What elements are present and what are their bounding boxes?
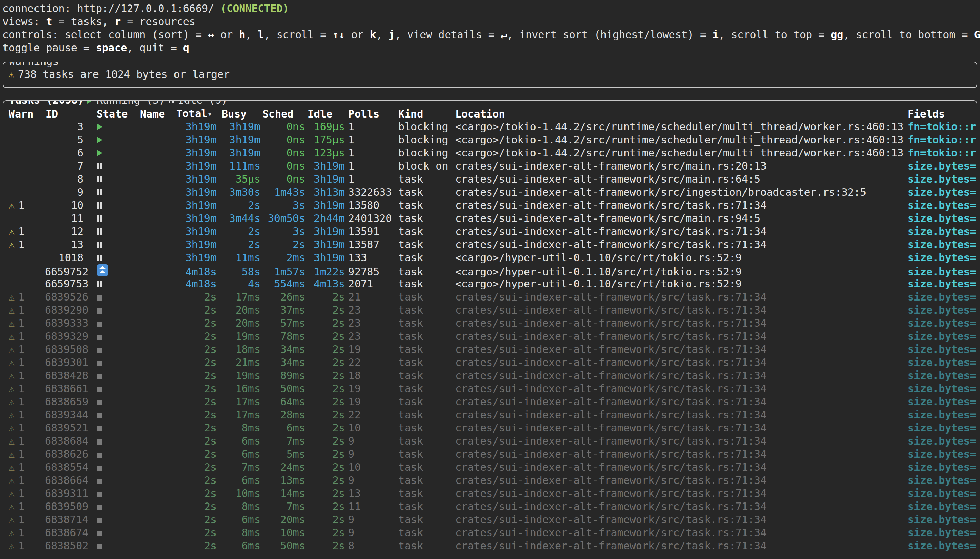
task-polls: 19 xyxy=(345,343,397,356)
task-polls: 3322633 xyxy=(345,186,397,199)
task-row[interactable]: 66597534m18s4s554ms4m13s2071task<cargo>/… xyxy=(8,278,977,291)
task-row[interactable]: ⚠168384282s19ms89ms2s18taskcrates/sui-in… xyxy=(8,369,977,382)
task-row[interactable]: 93h19m3m30s1m43s3h13m3322633taskcrates/s… xyxy=(8,186,977,199)
task-row[interactable]: ⚠168386642s6ms13ms2s9taskcrates/sui-inde… xyxy=(8,474,977,487)
column-header-polls[interactable]: Polls xyxy=(345,108,397,121)
task-row[interactable]: 66597524m18s58s1m57s1m22s92785task<cargo… xyxy=(8,265,977,278)
task-row[interactable]: ⚠168393442s17ms28ms2s22taskcrates/sui-in… xyxy=(8,408,977,422)
task-idle: 2s xyxy=(305,422,345,435)
task-row[interactable]: ⚠168386612s16ms50ms2s19taskcrates/sui-in… xyxy=(8,382,977,395)
task-kind: blocking xyxy=(397,147,455,160)
task-state xyxy=(83,173,138,186)
warning-icon: ⚠ xyxy=(8,500,15,513)
running-state-icon xyxy=(96,136,103,143)
task-kind: task xyxy=(397,526,455,539)
task-row[interactable]: 83h19m35µs0ns3h19m1taskcrates/sui-indexe… xyxy=(8,173,977,186)
column-header-sched[interactable]: Sched xyxy=(260,108,305,121)
task-row[interactable]: 63h19m3h19m0ns123µs1blocking<cargo>/toki… xyxy=(8,147,977,160)
task-row[interactable]: ⚠1133h19m2s2s3h19m13587taskcrates/sui-in… xyxy=(8,238,977,251)
task-id: 6 xyxy=(45,147,83,160)
column-header-name[interactable]: Name xyxy=(138,108,174,121)
task-row[interactable]: ⚠168385022s6ms50ms2s8taskcrates/sui-inde… xyxy=(8,539,977,552)
warnings-panel-title: Warnings xyxy=(7,62,61,68)
column-header-kind[interactable]: Kind xyxy=(397,108,455,121)
task-row[interactable]: ⚠168393332s20ms57ms2s23taskcrates/sui-in… xyxy=(8,317,977,330)
task-state xyxy=(83,304,138,317)
task-warn: ⚠1 xyxy=(8,448,45,461)
task-row[interactable]: ⚠1103h19m2s3s3h19m13580taskcrates/sui-in… xyxy=(8,199,977,212)
task-total: 2s xyxy=(174,500,217,513)
completed-state-icon xyxy=(96,531,102,536)
column-header-label: Kind xyxy=(398,108,423,120)
task-warn: ⚠1 xyxy=(8,487,45,500)
task-location: crates/sui-indexer-alt-framework/src/tas… xyxy=(455,225,907,238)
task-kind: task xyxy=(397,199,455,212)
task-polls: 1 xyxy=(345,147,397,160)
task-fields: size.bytes= xyxy=(907,526,977,539)
task-id: 6839521 xyxy=(45,422,83,435)
task-polls: 92785 xyxy=(345,265,397,278)
task-row[interactable]: ⚠168395262s17ms26ms2s21taskcrates/sui-in… xyxy=(8,291,977,304)
task-location: crates/sui-indexer-alt-framework/src/tas… xyxy=(455,199,907,212)
task-polls: 11 xyxy=(345,500,397,513)
column-header-state[interactable]: State xyxy=(83,108,138,121)
completed-state-icon xyxy=(96,322,102,327)
task-id: 6838554 xyxy=(45,461,83,474)
task-row[interactable]: ⚠168385542s7ms24ms2s10taskcrates/sui-ind… xyxy=(8,461,977,474)
text-segment: , scroll = xyxy=(264,29,333,41)
text-segment: ↵ xyxy=(501,29,507,41)
task-row[interactable]: 10183h19m11ms2ms3h19m133task<cargo>/hype… xyxy=(8,251,977,265)
task-fields: size.bytes= xyxy=(907,291,977,304)
text-segment: , xyxy=(245,29,258,41)
task-row[interactable]: ⚠168393292s19ms78ms2s23taskcrates/sui-in… xyxy=(8,330,977,343)
idle-state-icon xyxy=(96,254,103,261)
task-kind: task xyxy=(397,474,455,487)
task-location: crates/sui-indexer-alt-framework/src/tas… xyxy=(455,317,907,330)
task-row[interactable]: ⚠168386842s6ms7ms2s9taskcrates/sui-index… xyxy=(8,435,977,448)
views-line: views: t = tasks, r = resources xyxy=(2,15,980,28)
task-location: crates/sui-indexer-alt-framework/src/tas… xyxy=(455,356,907,369)
task-id: 6839311 xyxy=(45,487,83,500)
task-fields: size.bytes= xyxy=(907,330,977,343)
task-row[interactable]: 113h19m3m44s30m50s2h44m2401320taskcrates… xyxy=(8,212,977,225)
tasks-table: WarnIDStateNameTotal▾BusySchedIdlePollsK… xyxy=(8,107,977,552)
task-row[interactable]: ⚠168395092s8ms7ms2s11taskcrates/sui-inde… xyxy=(8,500,977,513)
task-row[interactable]: ⚠168393112s10ms14ms2s13taskcrates/sui-in… xyxy=(8,487,977,500)
column-header-location[interactable]: Location xyxy=(455,108,907,121)
task-total: 3h19m xyxy=(174,212,217,225)
task-state xyxy=(83,133,138,147)
task-row[interactable]: ⚠168395212s8ms6ms2s10taskcrates/sui-inde… xyxy=(8,422,977,435)
task-row[interactable]: ⚠168386262s6ms5ms2s9taskcrates/sui-index… xyxy=(8,448,977,461)
task-busy: 6ms xyxy=(217,513,260,526)
task-row[interactable]: ⚠168395082s18ms34ms2s19taskcrates/sui-in… xyxy=(8,343,977,356)
task-state xyxy=(83,278,138,291)
task-idle: 123µs xyxy=(305,147,345,160)
warning-text: 738 tasks are 1024 bytes or larger xyxy=(18,68,230,81)
text-segment: l xyxy=(258,29,264,41)
task-fields: size.bytes= xyxy=(907,199,977,212)
column-header-id[interactable]: ID xyxy=(45,108,83,121)
column-header-busy[interactable]: Busy xyxy=(217,108,260,121)
task-fields: size.bytes= xyxy=(907,382,977,395)
column-header-total[interactable]: Total▾ xyxy=(174,107,217,121)
column-header-idle[interactable]: Idle xyxy=(305,108,345,121)
task-sched: 28ms xyxy=(260,408,305,422)
task-row[interactable]: 73h19m111ms0ns3h19m1block_oncrates/sui-i… xyxy=(8,160,977,173)
task-location: crates/sui-indexer-alt-framework/src/ing… xyxy=(455,186,907,199)
task-row[interactable]: ⚠168393012s21ms34ms2s22taskcrates/sui-in… xyxy=(8,356,977,369)
task-row[interactable]: ⚠168387142s6ms20ms2s9taskcrates/sui-inde… xyxy=(8,513,977,526)
task-row[interactable]: ⚠168392902s20ms37ms2s23taskcrates/sui-in… xyxy=(8,304,977,317)
column-header-fields[interactable]: Fields xyxy=(907,108,977,121)
task-warn: ⚠1 xyxy=(8,435,45,448)
task-busy: 17ms xyxy=(217,395,260,408)
task-row[interactable]: ⚠168386742s8ms10ms2s9taskcrates/sui-inde… xyxy=(8,526,977,539)
column-header-warn[interactable]: Warn xyxy=(8,108,45,121)
task-row[interactable]: ⚠1123h19m2s3s3h19m13591taskcrates/sui-in… xyxy=(8,225,977,238)
task-row[interactable]: 33h19m3h19m0ns169µs1blocking<cargo>/toki… xyxy=(8,120,977,133)
task-row[interactable]: ⚠168386592s17ms64ms2s19taskcrates/sui-in… xyxy=(8,395,977,408)
warning-count: 1 xyxy=(18,487,25,499)
task-fields: size.bytes= xyxy=(907,317,977,330)
warning-count: 1 xyxy=(18,435,25,447)
task-row[interactable]: 53h19m3h19m0ns175µs1blocking<cargo>/toki… xyxy=(8,133,977,147)
task-fields: size.bytes= xyxy=(907,225,977,238)
